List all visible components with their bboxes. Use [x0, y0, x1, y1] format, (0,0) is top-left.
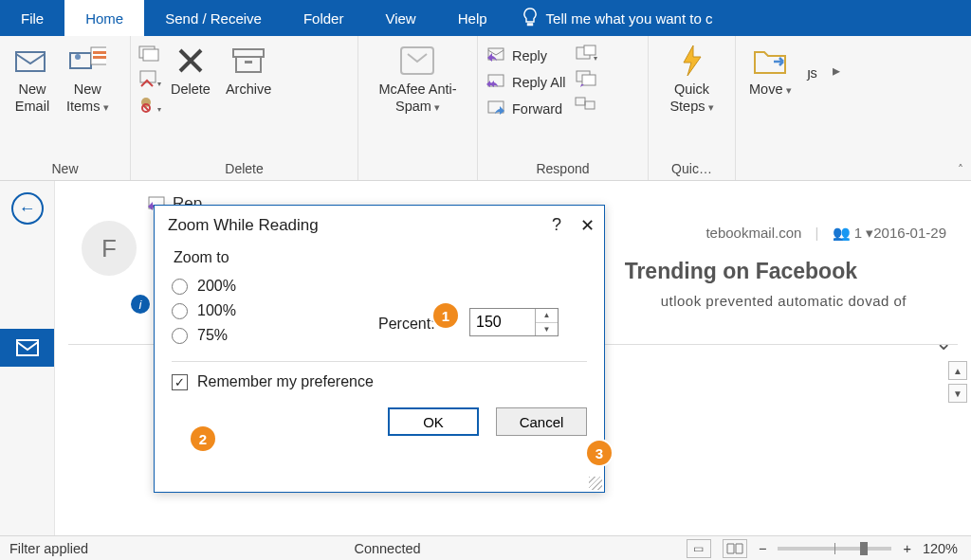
dialog-help-icon[interactable]: ?: [552, 215, 561, 236]
expand-header-icon[interactable]: ⌄: [935, 331, 952, 355]
junk-icon[interactable]: ▾: [138, 95, 161, 116]
callout-2: 2: [191, 426, 215, 451]
tab-folder[interactable]: Folder: [283, 0, 365, 36]
zoom-minus-icon[interactable]: −: [759, 541, 766, 556]
tell-me-text: Tell me what you want to c: [546, 10, 713, 27]
new-email-button[interactable]: New Email: [8, 42, 57, 117]
reply-label: Reply: [512, 48, 547, 63]
spin-down-icon[interactable]: ▼: [536, 323, 558, 336]
mcafee-button[interactable]: McAfee Anti- Spam: [373, 42, 462, 117]
radio-icon: [172, 303, 188, 319]
forward-button[interactable]: Forward: [486, 97, 565, 121]
meeting-icon[interactable]: ▾: [575, 44, 597, 64]
ok-button[interactable]: OK: [388, 407, 479, 436]
new-items-icon: [68, 44, 106, 78]
message-scroll: ▲ ▼: [948, 361, 967, 403]
remember-label: Remember my preference: [197, 373, 374, 390]
group-move: Move ȷs ▸: [736, 36, 878, 180]
mail-module-button[interactable]: [0, 329, 54, 367]
group-mcafee: McAfee Anti- Spam: [358, 36, 478, 180]
ignore-icon[interactable]: [138, 44, 161, 64]
more-respond-icon[interactable]: ▾: [575, 95, 597, 116]
svg-rect-25: [582, 75, 595, 85]
radio-200[interactable]: 200%: [172, 278, 587, 295]
archive-button[interactable]: Archive: [220, 42, 277, 99]
new-items-button[interactable]: New Items: [61, 42, 115, 117]
group-mcafee-label: [358, 174, 477, 180]
js-button[interactable]: ȷs: [801, 42, 823, 83]
resize-grip-icon[interactable]: [589, 477, 602, 490]
overflow-icon[interactable]: ▸: [833, 62, 840, 80]
svg-rect-15: [236, 57, 261, 72]
group-move-label: [736, 174, 878, 180]
spinner-buttons[interactable]: ▲▼: [535, 309, 558, 335]
reply-all-label: Reply All: [512, 75, 565, 90]
radio-100-label: 100%: [197, 302, 236, 319]
scroll-up-icon[interactable]: ▲: [948, 361, 967, 380]
radio-icon: [172, 279, 188, 295]
tab-home[interactable]: Home: [64, 0, 144, 36]
cleanup-icon[interactable]: ▾: [138, 69, 161, 90]
radio-icon: [172, 328, 188, 344]
svg-text:▾: ▾: [157, 80, 161, 88]
quick-steps-icon: [673, 44, 711, 78]
dialog-separator: [172, 361, 587, 362]
view-reading-icon[interactable]: [723, 539, 747, 558]
delete-label: Delete: [171, 81, 211, 98]
tab-send-receive[interactable]: Send / Receive: [144, 0, 283, 36]
group-new: New Email New Items New: [0, 36, 131, 180]
respond-mini-stack: ▾ ▾ ▾: [575, 42, 597, 116]
status-connected: Connected: [354, 541, 420, 556]
spin-up-icon[interactable]: ▲: [536, 309, 558, 323]
svg-point-2: [75, 54, 81, 60]
tab-view[interactable]: View: [364, 0, 436, 36]
new-items-label: New Items: [66, 81, 109, 115]
reply-icon: [486, 46, 506, 65]
meta-text: 1 ▾2016-01-29: [854, 225, 946, 241]
remember-checkbox[interactable]: ✓ Remember my preference: [172, 373, 587, 390]
zoom-slider[interactable]: [778, 547, 891, 551]
view-normal-icon[interactable]: ▭: [687, 539, 711, 558]
group-delete: ▾ ▾ Delete Archive Delete: [131, 36, 358, 180]
status-bar: Filter applied Connected ▭ − + 120%: [0, 535, 971, 560]
dialog-close-icon[interactable]: ✕: [580, 215, 595, 236]
svg-rect-0: [16, 52, 45, 71]
im-icon[interactable]: ▾: [575, 69, 597, 90]
checkbox-checked-icon: ✓: [172, 374, 188, 390]
info-icon: i: [131, 295, 150, 314]
percent-input[interactable]: [470, 309, 535, 335]
group-quick-label: Quic…: [649, 159, 735, 180]
svg-rect-1: [70, 53, 91, 68]
tab-file[interactable]: File: [0, 0, 64, 36]
ribbon: New Email New Items New ▾ ▾ Delete: [0, 36, 971, 181]
reply-all-button[interactable]: Reply All: [486, 70, 565, 95]
svg-rect-5: [93, 56, 106, 59]
from-tail: tebookmail.con: [705, 225, 801, 241]
reply-button[interactable]: Reply: [486, 44, 565, 68]
archive-icon: [229, 44, 267, 78]
percent-spinner[interactable]: ▲▼: [469, 308, 559, 336]
move-button[interactable]: Move: [743, 42, 797, 99]
message-meta: tebookmail.con | 👥 1 ▾2016-01-29: [705, 225, 946, 242]
back-button[interactable]: ←: [11, 192, 44, 225]
group-quicksteps: Quick Steps Quic…: [649, 36, 736, 180]
tell-me[interactable]: Tell me what you want to c: [522, 0, 713, 36]
tab-help[interactable]: Help: [437, 0, 508, 36]
group-respond-label: Respond: [478, 159, 648, 180]
svg-rect-7: [143, 49, 158, 61]
zoom-plus-icon[interactable]: +: [903, 541, 910, 556]
delete-button[interactable]: Delete: [165, 42, 216, 99]
quick-steps-button[interactable]: Quick Steps: [664, 42, 719, 117]
group-delete-label: Delete: [131, 159, 357, 180]
mcafee-icon: [398, 44, 436, 78]
status-filter: Filter applied: [0, 541, 88, 556]
svg-rect-4: [93, 51, 106, 54]
new-email-label: New Email: [15, 81, 49, 115]
scroll-down-icon[interactable]: ▼: [948, 384, 967, 403]
forward-label: Forward: [512, 101, 562, 117]
collapse-ribbon-icon[interactable]: ˄: [958, 163, 963, 176]
left-nav: ←: [0, 181, 55, 535]
new-email-icon: [13, 44, 51, 78]
cancel-button[interactable]: Cancel: [496, 407, 587, 436]
svg-rect-28: [585, 101, 595, 109]
